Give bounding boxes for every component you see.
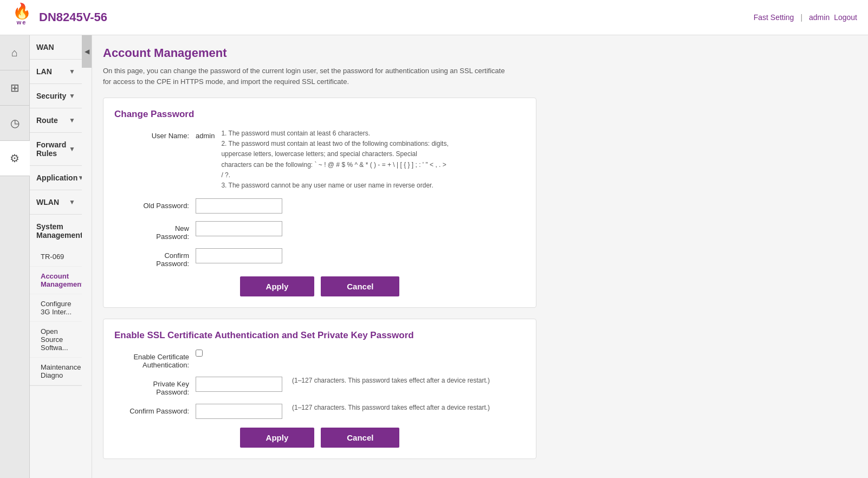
- change-password-section: Change Password User Name: admin 1. The …: [103, 98, 536, 308]
- password-rules: 1. The password must contain at least 6 …: [221, 128, 449, 191]
- nav-label-wlan: WLAN: [36, 198, 59, 206]
- nav-item-forward-rules[interactable]: Forward Rules: [30, 133, 82, 165]
- enable-cert-checkbox[interactable]: [196, 350, 203, 357]
- nav-label-system-management: System Management: [36, 222, 82, 240]
- page-description: On this page, you can change the passwor…: [103, 66, 515, 87]
- content-area: Account Management On this page, you can…: [92, 35, 868, 478]
- nav-label-forward-rules: Forward Rules: [36, 140, 69, 158]
- logo-text: we: [17, 19, 27, 25]
- nav-arrow-forward-rules: [69, 145, 75, 153]
- flame-icon: 🔥: [12, 4, 31, 19]
- enable-cert-control: [196, 350, 525, 357]
- nav-arrow-security: [69, 92, 75, 100]
- new-password-input[interactable]: [196, 221, 282, 236]
- new-password-label: NewPassword:: [114, 221, 196, 241]
- nav-sub-item-configure-3g[interactable]: Configure 3G Inter...: [30, 294, 82, 322]
- nav-group-forward-rules: Forward Rules: [30, 133, 82, 166]
- nav-item-system-management[interactable]: System Management: [30, 215, 82, 247]
- username-row: User Name: admin 1. The password must co…: [114, 128, 525, 191]
- nav-label-wan: WAN: [36, 43, 54, 51]
- nav-item-wlan[interactable]: WLAN: [30, 190, 82, 214]
- ssl-confirm-password-row: Confirm Password: (1–127 characters. Thi…: [114, 404, 525, 419]
- nav-group-security: Security: [30, 84, 82, 108]
- ssl-buttons: Apply Cancel: [114, 428, 525, 448]
- nav-group-application: Application: [30, 166, 82, 190]
- nav-label-application: Application: [36, 173, 77, 182]
- nav-group-route: Route: [30, 108, 82, 133]
- nav-group-wan: WAN: [30, 35, 82, 60]
- nav-item-application[interactable]: Application: [30, 166, 82, 190]
- nav-label-route: Route: [36, 116, 58, 125]
- enable-cert-checkbox-row: [196, 350, 203, 357]
- main-layout: ⌂ ⊞ ◷ ⚙ WAN LAN Security: [0, 35, 868, 478]
- nav-sub-item-open-source[interactable]: Open Source Softwa...: [30, 322, 82, 358]
- old-password-control: [196, 198, 525, 214]
- logo: 🔥 we: [11, 4, 33, 31]
- ssl-section-title: Enable SSL Certificate Authentication an…: [114, 330, 525, 341]
- change-password-apply-button[interactable]: Apply: [240, 276, 315, 296]
- page-title: Account Management: [103, 46, 857, 60]
- ssl-cancel-button[interactable]: Cancel: [321, 428, 399, 448]
- ssl-apply-button[interactable]: Apply: [240, 428, 315, 448]
- sidebar: ⌂ ⊞ ◷ ⚙ WAN LAN Security: [0, 35, 92, 478]
- private-key-hint: (1–127 characters. This password takes e…: [292, 377, 490, 384]
- nav-group-system-management: System Management TR-069 Account Managem…: [30, 215, 82, 386]
- nav-group-wlan: WLAN: [30, 190, 82, 215]
- nav-item-wan[interactable]: WAN: [30, 35, 82, 59]
- sidebar-icon-plus[interactable]: ⊞: [0, 70, 30, 106]
- sidebar-collapse-button[interactable]: ◀: [82, 35, 92, 68]
- old-password-input[interactable]: [196, 198, 282, 214]
- change-password-buttons: Apply Cancel: [114, 276, 525, 296]
- nav-sub-item-tr069[interactable]: TR-069: [30, 247, 82, 267]
- nav-sub-item-maintenance[interactable]: Maintenance Diagno: [30, 358, 82, 385]
- username-value: admin: [196, 128, 215, 140]
- nav-arrow-route: [69, 117, 75, 124]
- change-password-title: Change Password: [114, 109, 525, 120]
- username-label: User Name:: [114, 128, 196, 140]
- enable-cert-row: Enable CertificateAuthentication:: [114, 350, 525, 369]
- nav-label-security: Security: [36, 92, 66, 100]
- nav-label-maintenance: Maintenance Diagno: [41, 363, 81, 379]
- nav-item-security[interactable]: Security: [30, 84, 82, 108]
- device-name: DN8245V-56: [39, 10, 107, 24]
- nav-group-lan: LAN: [30, 60, 82, 84]
- sidebar-icon-gear[interactable]: ⚙: [0, 141, 30, 176]
- nav-arrow-wlan: [69, 198, 75, 206]
- nav-arrow-lan: [69, 68, 75, 75]
- confirm-password-control: [196, 248, 525, 263]
- old-password-row: Old Password:: [114, 198, 525, 214]
- private-key-row: Private KeyPassword: (1–127 characters. …: [114, 377, 525, 396]
- header-left: 🔥 we DN8245V-56: [11, 4, 107, 31]
- nav-label-lan: LAN: [36, 67, 52, 76]
- header: 🔥 we DN8245V-56 Fast Setting | admin Log…: [0, 0, 868, 35]
- nav-item-lan[interactable]: LAN: [30, 60, 82, 83]
- ssl-confirm-password-label: Confirm Password:: [114, 404, 196, 415]
- private-key-input[interactable]: [196, 377, 282, 392]
- change-password-cancel-button[interactable]: Cancel: [321, 276, 399, 296]
- old-password-label: Old Password:: [114, 198, 196, 210]
- header-nav: Fast Setting | admin Logout: [754, 13, 857, 22]
- sidebar-icon-clock[interactable]: ◷: [0, 106, 30, 141]
- admin-link[interactable]: admin: [809, 13, 830, 22]
- new-password-control: [196, 221, 525, 236]
- ssl-confirm-password-control: (1–127 characters. This password takes e…: [196, 404, 525, 419]
- nav-item-route[interactable]: Route: [30, 108, 82, 132]
- nav-arrow-application: [77, 174, 82, 182]
- confirm-password-row: ConfirmPassword:: [114, 248, 525, 268]
- confirm-password-label: ConfirmPassword:: [114, 248, 196, 268]
- private-key-label: Private KeyPassword:: [114, 377, 196, 396]
- sidebar-icon-home[interactable]: ⌂: [0, 35, 30, 70]
- nav-column: WAN LAN Security Route: [30, 35, 82, 478]
- nav-arrow-maintenance: [81, 367, 82, 375]
- ssl-confirm-password-input[interactable]: [196, 404, 282, 419]
- logout-link[interactable]: Logout: [834, 13, 857, 22]
- nav-sub-item-account-management[interactable]: Account Management: [30, 267, 82, 294]
- ssl-confirm-hint: (1–127 characters. This password takes e…: [292, 404, 490, 411]
- confirm-password-input[interactable]: [196, 248, 282, 263]
- icon-column: ⌂ ⊞ ◷ ⚙: [0, 35, 30, 478]
- new-password-row: NewPassword:: [114, 221, 525, 241]
- fast-setting-link[interactable]: Fast Setting: [754, 13, 794, 22]
- header-divider: |: [800, 13, 802, 22]
- username-control: admin 1. The password must contain at le…: [196, 128, 525, 191]
- ssl-section: Enable SSL Certificate Authentication an…: [103, 319, 536, 459]
